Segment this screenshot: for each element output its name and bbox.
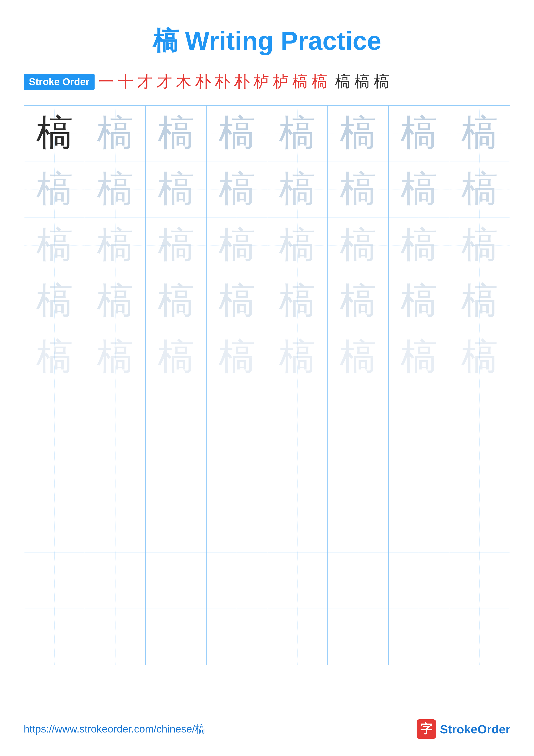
grid-cell[interactable]: 槁 — [267, 273, 328, 329]
grid-cell[interactable]: 槁 — [24, 217, 85, 273]
grid-cell[interactable]: 槁 — [85, 161, 146, 217]
grid-cell-empty[interactable] — [24, 385, 85, 441]
grid-cell[interactable]: 槁 — [206, 161, 267, 217]
grid-char: 槁 — [36, 283, 73, 319]
grid-cell-empty[interactable] — [449, 497, 510, 553]
grid-cell[interactable]: 槁 — [388, 105, 449, 161]
grid-cell[interactable]: 槁 — [24, 161, 85, 217]
grid-char: 槁 — [400, 339, 437, 375]
grid-cell-empty[interactable] — [85, 441, 146, 497]
grid-cell[interactable]: 槁 — [328, 161, 388, 217]
grid-char: 槁 — [340, 171, 376, 207]
grid-cell-empty[interactable] — [267, 497, 328, 553]
grid-cell-empty[interactable] — [267, 441, 328, 497]
strokeorder-logo-icon: 字 — [417, 719, 436, 739]
grid-char: 槁 — [218, 339, 255, 375]
grid-char: 槁 — [36, 339, 73, 375]
grid-char: 槁 — [97, 227, 134, 263]
grid-cell-empty[interactable] — [206, 497, 267, 553]
grid-cell[interactable]: 槁 — [24, 105, 85, 161]
grid-cell[interactable]: 槁 — [206, 105, 267, 161]
grid-char: 槁 — [97, 171, 134, 207]
grid-cell-empty[interactable] — [24, 553, 85, 609]
grid-cell-empty[interactable] — [85, 497, 146, 553]
grid-cell-empty[interactable] — [206, 553, 267, 609]
grid-cell[interactable]: 槁 — [85, 273, 146, 329]
grid-cell[interactable]: 槁 — [328, 329, 388, 385]
grid-cell-empty[interactable] — [267, 553, 328, 609]
grid-cell[interactable]: 槁 — [206, 329, 267, 385]
grid-cell-empty[interactable] — [328, 553, 388, 609]
grid-cell[interactable]: 槁 — [146, 273, 206, 329]
grid-cell-empty[interactable] — [267, 385, 328, 441]
stroke-5: 木 — [176, 72, 191, 92]
grid-cell[interactable]: 槁 — [328, 105, 388, 161]
grid-cell[interactable]: 槁 — [85, 105, 146, 161]
grid-cell[interactable]: 槁 — [328, 217, 388, 273]
grid-cell[interactable]: 槁 — [206, 217, 267, 273]
grid-cell-empty[interactable] — [388, 553, 449, 609]
grid-cell[interactable]: 槁 — [449, 217, 510, 273]
grid-cell[interactable]: 槁 — [449, 161, 510, 217]
grid-cell[interactable]: 槁 — [146, 217, 206, 273]
grid-cell[interactable]: 槁 — [146, 105, 206, 161]
grid-char: 槁 — [340, 339, 376, 375]
grid-cell-empty[interactable] — [328, 497, 388, 553]
grid-cell[interactable]: 槁 — [24, 329, 85, 385]
grid-cell-empty[interactable] — [449, 553, 510, 609]
footer-url: https://www.strokeorder.com/chinese/槁 — [24, 722, 205, 736]
grid-char: 槁 — [461, 171, 498, 207]
grid-cell-empty[interactable] — [85, 553, 146, 609]
grid-cell-empty[interactable] — [24, 497, 85, 553]
grid-cell-empty[interactable] — [449, 385, 510, 441]
grid-cell-empty[interactable] — [146, 609, 206, 665]
grid-cell[interactable]: 槁 — [267, 329, 328, 385]
grid-char: 槁 — [218, 115, 255, 151]
grid-cell-empty[interactable] — [449, 441, 510, 497]
grid-cell-empty[interactable] — [24, 441, 85, 497]
grid-cell[interactable]: 槁 — [388, 217, 449, 273]
grid-cell-empty[interactable] — [388, 609, 449, 665]
grid-cell-empty[interactable] — [146, 497, 206, 553]
stroke-2: 十 — [118, 72, 133, 92]
grid-cell[interactable]: 槁 — [146, 329, 206, 385]
grid-cell[interactable]: 槁 — [449, 105, 510, 161]
grid-cell[interactable]: 槁 — [449, 329, 510, 385]
grid-cell[interactable]: 槁 — [85, 217, 146, 273]
grid-char: 槁 — [400, 171, 437, 207]
grid-cell[interactable]: 槁 — [146, 161, 206, 217]
grid-char: 槁 — [158, 339, 194, 375]
grid-cell-empty[interactable] — [206, 609, 267, 665]
grid-cell[interactable]: 槁 — [85, 329, 146, 385]
grid-cell-empty[interactable] — [267, 609, 328, 665]
grid-cell-empty[interactable] — [328, 385, 388, 441]
grid-cell-empty[interactable] — [146, 441, 206, 497]
grid-cell[interactable]: 槁 — [328, 273, 388, 329]
grid-cell-empty[interactable] — [206, 441, 267, 497]
grid-cell-empty[interactable] — [449, 609, 510, 665]
grid-cell-empty[interactable] — [146, 553, 206, 609]
grid-cell[interactable]: 槁 — [267, 105, 328, 161]
grid-cell-empty[interactable] — [85, 385, 146, 441]
title-chinese-char: 槁 — [153, 27, 179, 55]
grid-cell[interactable]: 槁 — [388, 273, 449, 329]
grid-cell[interactable]: 槁 — [24, 273, 85, 329]
grid-cell-empty[interactable] — [85, 609, 146, 665]
footer-logo: 字 StrokeOrder — [417, 719, 510, 739]
stroke-6: 朴 — [195, 72, 211, 92]
grid-cell[interactable]: 槁 — [449, 273, 510, 329]
grid-cell[interactable]: 槁 — [388, 161, 449, 217]
grid-cell-empty[interactable] — [328, 609, 388, 665]
grid-cell-empty[interactable] — [206, 385, 267, 441]
grid-cell-empty[interactable] — [328, 441, 388, 497]
grid-cell-empty[interactable] — [388, 497, 449, 553]
grid-cell[interactable]: 槁 — [267, 161, 328, 217]
grid-cell[interactable]: 槁 — [267, 217, 328, 273]
grid-cell-empty[interactable] — [388, 441, 449, 497]
grid-cell[interactable]: 槁 — [388, 329, 449, 385]
grid-cell-empty[interactable] — [24, 609, 85, 665]
grid-cell-empty[interactable] — [146, 385, 206, 441]
grid-cell-empty[interactable] — [388, 385, 449, 441]
grid-cell[interactable]: 槁 — [206, 273, 267, 329]
grid-char: 槁 — [340, 283, 376, 319]
